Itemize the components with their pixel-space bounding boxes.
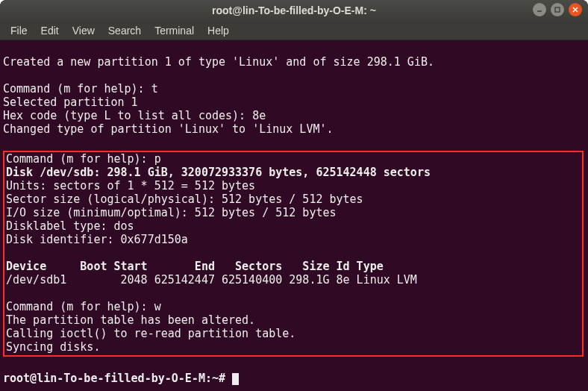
terminal-output[interactable]: Created a new partition 1 of type 'Linux… (0, 40, 588, 391)
window-controls (533, 3, 582, 16)
minimize-button[interactable] (533, 3, 546, 16)
highlight-box: Command (m for help): p Disk /dev/sdb: 2… (3, 151, 584, 357)
menu-help[interactable]: Help (201, 23, 235, 38)
output-line: Command (m for help): p (6, 152, 161, 166)
output-line: Units: sectors of 1 * 512 = 512 bytes (6, 179, 255, 193)
output-line: Syncing disks. (6, 340, 100, 354)
output-line: Disklabel type: dos (6, 219, 134, 233)
output-line: Selected partition 1 (3, 96, 138, 109)
menu-edit[interactable]: Edit (35, 23, 65, 38)
window-title: root@lin-To-be-filled-by-O-E-M: ~ (0, 4, 588, 16)
prompt: root@lin-To-be-filled-by-O-E-M:~# (3, 372, 232, 385)
menu-terminal[interactable]: Terminal (148, 23, 200, 38)
output-line: Disk identifier: 0x677d150a (6, 233, 188, 246)
cursor (232, 373, 239, 385)
output-line: The partition table has been altered. (6, 313, 255, 327)
maximize-button[interactable] (551, 3, 564, 16)
output-line: Created a new partition 1 of type 'Linux… (3, 55, 434, 69)
output-line: Sector size (logical/physical): 512 byte… (6, 193, 363, 206)
output-line: Changed type of partition 'Linux' to 'Li… (3, 122, 334, 136)
menu-file[interactable]: File (4, 23, 34, 38)
output-line: I/O size (minimum/optimal): 512 bytes / … (6, 206, 337, 219)
table-row: /dev/sdb1 2048 625142447 625140400 298.1… (6, 273, 417, 287)
output-line: Disk /dev/sdb: 298.1 GiB, 320072933376 b… (6, 166, 431, 179)
menubar: File Edit View Search Terminal Help (0, 21, 588, 40)
output-line: Hex code (type L to list all codes): 8e (3, 109, 266, 122)
output-line: Command (m for help): w (6, 300, 161, 313)
menu-view[interactable]: View (66, 23, 101, 38)
titlebar: root@lin-To-be-filled-by-O-E-M: ~ (0, 0, 588, 21)
svg-rect-1 (555, 7, 560, 12)
menu-search[interactable]: Search (102, 23, 147, 38)
table-header: Device Boot Start End Sectors Size Id Ty… (6, 260, 384, 273)
close-button[interactable] (569, 3, 582, 16)
terminal-window: root@lin-To-be-filled-by-O-E-M: ~ File E… (0, 0, 588, 391)
output-line: Calling ioctl() to re-read partition tab… (6, 327, 295, 340)
output-line: Command (m for help): t (3, 82, 158, 96)
